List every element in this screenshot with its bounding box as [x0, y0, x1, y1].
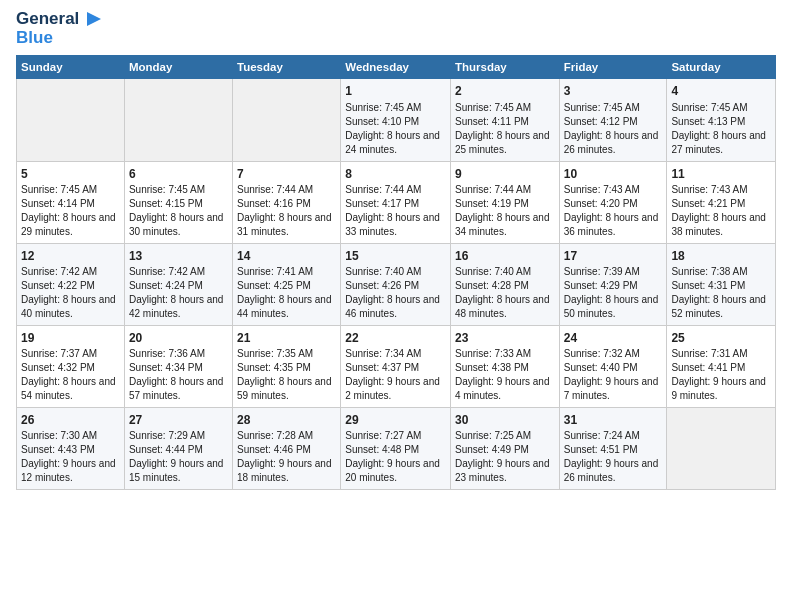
logo-arrow-icon	[83, 10, 101, 28]
day-number: 26	[21, 412, 120, 428]
week-row-1: 1Sunrise: 7:45 AM Sunset: 4:10 PM Daylig…	[17, 79, 776, 161]
day-cell: 19Sunrise: 7:37 AM Sunset: 4:32 PM Dayli…	[17, 325, 125, 407]
header: General Blue	[16, 10, 776, 47]
day-cell: 10Sunrise: 7:43 AM Sunset: 4:20 PM Dayli…	[559, 161, 667, 243]
day-cell: 18Sunrise: 7:38 AM Sunset: 4:31 PM Dayli…	[667, 243, 776, 325]
day-number: 12	[21, 248, 120, 264]
day-number: 17	[564, 248, 663, 264]
day-cell: 6Sunrise: 7:45 AM Sunset: 4:15 PM Daylig…	[124, 161, 232, 243]
day-info: Sunrise: 7:37 AM Sunset: 4:32 PM Dayligh…	[21, 347, 120, 403]
day-info: Sunrise: 7:44 AM Sunset: 4:19 PM Dayligh…	[455, 183, 555, 239]
weekday-header-row: SundayMondayTuesdayWednesdayThursdayFrid…	[17, 56, 776, 79]
logo-blue: Blue	[16, 29, 101, 48]
day-cell	[124, 79, 232, 161]
day-number: 29	[345, 412, 446, 428]
day-cell: 13Sunrise: 7:42 AM Sunset: 4:24 PM Dayli…	[124, 243, 232, 325]
day-number: 8	[345, 166, 446, 182]
day-cell: 20Sunrise: 7:36 AM Sunset: 4:34 PM Dayli…	[124, 325, 232, 407]
day-number: 19	[21, 330, 120, 346]
day-number: 20	[129, 330, 228, 346]
week-row-3: 12Sunrise: 7:42 AM Sunset: 4:22 PM Dayli…	[17, 243, 776, 325]
week-row-2: 5Sunrise: 7:45 AM Sunset: 4:14 PM Daylig…	[17, 161, 776, 243]
page: General Blue SundayMondayTuesdayWednesda…	[0, 0, 792, 612]
day-info: Sunrise: 7:41 AM Sunset: 4:25 PM Dayligh…	[237, 265, 336, 321]
day-cell: 17Sunrise: 7:39 AM Sunset: 4:29 PM Dayli…	[559, 243, 667, 325]
day-cell: 1Sunrise: 7:45 AM Sunset: 4:10 PM Daylig…	[341, 79, 451, 161]
day-number: 25	[671, 330, 771, 346]
day-cell: 29Sunrise: 7:27 AM Sunset: 4:48 PM Dayli…	[341, 408, 451, 490]
day-info: Sunrise: 7:43 AM Sunset: 4:20 PM Dayligh…	[564, 183, 663, 239]
day-number: 31	[564, 412, 663, 428]
svg-marker-0	[87, 12, 101, 26]
day-number: 11	[671, 166, 771, 182]
day-cell	[667, 408, 776, 490]
day-info: Sunrise: 7:45 AM Sunset: 4:11 PM Dayligh…	[455, 101, 555, 157]
day-cell: 15Sunrise: 7:40 AM Sunset: 4:26 PM Dayli…	[341, 243, 451, 325]
day-cell: 25Sunrise: 7:31 AM Sunset: 4:41 PM Dayli…	[667, 325, 776, 407]
weekday-header-friday: Friday	[559, 56, 667, 79]
day-cell: 12Sunrise: 7:42 AM Sunset: 4:22 PM Dayli…	[17, 243, 125, 325]
day-info: Sunrise: 7:35 AM Sunset: 4:35 PM Dayligh…	[237, 347, 336, 403]
day-info: Sunrise: 7:31 AM Sunset: 4:41 PM Dayligh…	[671, 347, 771, 403]
day-info: Sunrise: 7:45 AM Sunset: 4:13 PM Dayligh…	[671, 101, 771, 157]
day-number: 10	[564, 166, 663, 182]
day-cell: 9Sunrise: 7:44 AM Sunset: 4:19 PM Daylig…	[450, 161, 559, 243]
weekday-header-saturday: Saturday	[667, 56, 776, 79]
day-cell: 27Sunrise: 7:29 AM Sunset: 4:44 PM Dayli…	[124, 408, 232, 490]
calendar-table: SundayMondayTuesdayWednesdayThursdayFrid…	[16, 55, 776, 490]
week-row-4: 19Sunrise: 7:37 AM Sunset: 4:32 PM Dayli…	[17, 325, 776, 407]
day-cell: 14Sunrise: 7:41 AM Sunset: 4:25 PM Dayli…	[232, 243, 340, 325]
day-cell: 8Sunrise: 7:44 AM Sunset: 4:17 PM Daylig…	[341, 161, 451, 243]
logo-general: General	[16, 10, 79, 29]
day-number: 3	[564, 83, 663, 99]
day-cell: 3Sunrise: 7:45 AM Sunset: 4:12 PM Daylig…	[559, 79, 667, 161]
day-cell: 7Sunrise: 7:44 AM Sunset: 4:16 PM Daylig…	[232, 161, 340, 243]
day-info: Sunrise: 7:42 AM Sunset: 4:22 PM Dayligh…	[21, 265, 120, 321]
day-number: 24	[564, 330, 663, 346]
day-number: 30	[455, 412, 555, 428]
day-info: Sunrise: 7:34 AM Sunset: 4:37 PM Dayligh…	[345, 347, 446, 403]
day-number: 28	[237, 412, 336, 428]
day-cell: 21Sunrise: 7:35 AM Sunset: 4:35 PM Dayli…	[232, 325, 340, 407]
day-number: 22	[345, 330, 446, 346]
day-number: 14	[237, 248, 336, 264]
day-number: 21	[237, 330, 336, 346]
day-info: Sunrise: 7:28 AM Sunset: 4:46 PM Dayligh…	[237, 429, 336, 485]
day-info: Sunrise: 7:27 AM Sunset: 4:48 PM Dayligh…	[345, 429, 446, 485]
day-cell: 2Sunrise: 7:45 AM Sunset: 4:11 PM Daylig…	[450, 79, 559, 161]
logo-text-block: General Blue	[16, 10, 101, 47]
day-info: Sunrise: 7:45 AM Sunset: 4:12 PM Dayligh…	[564, 101, 663, 157]
weekday-header-sunday: Sunday	[17, 56, 125, 79]
day-cell: 11Sunrise: 7:43 AM Sunset: 4:21 PM Dayli…	[667, 161, 776, 243]
day-info: Sunrise: 7:30 AM Sunset: 4:43 PM Dayligh…	[21, 429, 120, 485]
day-number: 9	[455, 166, 555, 182]
logo: General Blue	[16, 10, 101, 47]
day-info: Sunrise: 7:24 AM Sunset: 4:51 PM Dayligh…	[564, 429, 663, 485]
weekday-header-wednesday: Wednesday	[341, 56, 451, 79]
day-number: 6	[129, 166, 228, 182]
day-info: Sunrise: 7:43 AM Sunset: 4:21 PM Dayligh…	[671, 183, 771, 239]
day-info: Sunrise: 7:45 AM Sunset: 4:10 PM Dayligh…	[345, 101, 446, 157]
day-cell: 28Sunrise: 7:28 AM Sunset: 4:46 PM Dayli…	[232, 408, 340, 490]
day-number: 27	[129, 412, 228, 428]
day-info: Sunrise: 7:25 AM Sunset: 4:49 PM Dayligh…	[455, 429, 555, 485]
day-cell: 4Sunrise: 7:45 AM Sunset: 4:13 PM Daylig…	[667, 79, 776, 161]
day-number: 23	[455, 330, 555, 346]
day-cell: 5Sunrise: 7:45 AM Sunset: 4:14 PM Daylig…	[17, 161, 125, 243]
day-info: Sunrise: 7:39 AM Sunset: 4:29 PM Dayligh…	[564, 265, 663, 321]
day-info: Sunrise: 7:42 AM Sunset: 4:24 PM Dayligh…	[129, 265, 228, 321]
day-number: 16	[455, 248, 555, 264]
day-info: Sunrise: 7:44 AM Sunset: 4:17 PM Dayligh…	[345, 183, 446, 239]
day-cell: 16Sunrise: 7:40 AM Sunset: 4:28 PM Dayli…	[450, 243, 559, 325]
day-cell: 31Sunrise: 7:24 AM Sunset: 4:51 PM Dayli…	[559, 408, 667, 490]
weekday-header-thursday: Thursday	[450, 56, 559, 79]
day-number: 18	[671, 248, 771, 264]
day-info: Sunrise: 7:45 AM Sunset: 4:14 PM Dayligh…	[21, 183, 120, 239]
day-cell	[17, 79, 125, 161]
day-number: 4	[671, 83, 771, 99]
day-number: 5	[21, 166, 120, 182]
day-info: Sunrise: 7:45 AM Sunset: 4:15 PM Dayligh…	[129, 183, 228, 239]
weekday-header-monday: Monday	[124, 56, 232, 79]
day-cell: 30Sunrise: 7:25 AM Sunset: 4:49 PM Dayli…	[450, 408, 559, 490]
day-cell: 24Sunrise: 7:32 AM Sunset: 4:40 PM Dayli…	[559, 325, 667, 407]
